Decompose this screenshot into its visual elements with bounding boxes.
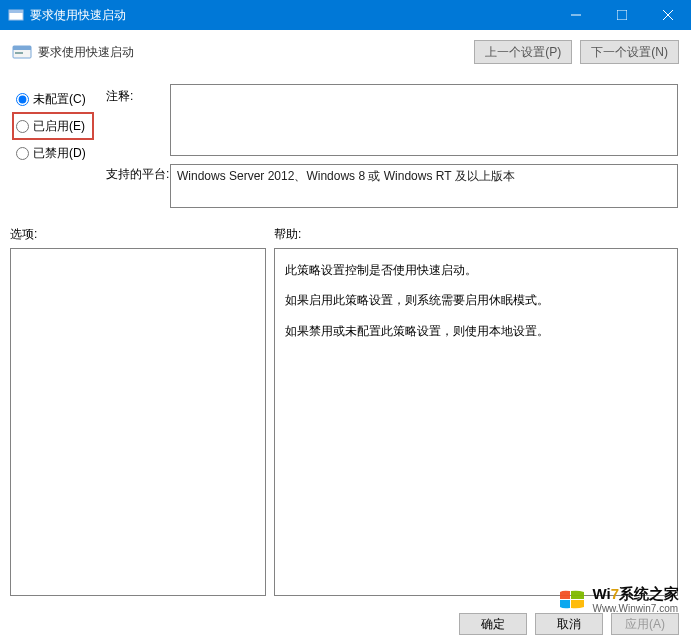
dialog-footer: 确定 取消 应用(A): [0, 606, 691, 642]
svg-rect-3: [617, 10, 627, 20]
page-title: 要求使用快速启动: [38, 44, 474, 61]
help-line: 如果禁用或未配置此策略设置，则使用本地设置。: [285, 318, 667, 344]
help-line: 如果启用此策略设置，则系统需要启用休眠模式。: [285, 287, 667, 313]
header-row: 要求使用快速启动 上一个设置(P) 下一个设置(N): [0, 30, 691, 64]
options-label: 选项:: [10, 226, 37, 243]
radio-enabled-label: 已启用(E): [33, 118, 85, 135]
options-pane: [10, 248, 266, 596]
radio-enabled[interactable]: 已启用(E): [12, 112, 94, 140]
radio-not-configured[interactable]: 未配置(C): [12, 86, 94, 112]
help-line: 此策略设置控制是否使用快速启动。: [285, 257, 667, 283]
window-controls: [553, 0, 691, 30]
ok-button[interactable]: 确定: [459, 613, 527, 635]
prev-setting-button[interactable]: 上一个设置(P): [474, 40, 572, 64]
comment-textarea[interactable]: [170, 84, 678, 156]
help-pane: 此策略设置控制是否使用快速启动。 如果启用此策略设置，则系统需要启用休眠模式。 …: [274, 248, 678, 596]
window-title: 要求使用快速启动: [30, 7, 553, 24]
close-button[interactable]: [645, 0, 691, 30]
radio-not-configured-input[interactable]: [16, 93, 29, 106]
radio-enabled-input[interactable]: [16, 120, 29, 133]
apply-button[interactable]: 应用(A): [611, 613, 679, 635]
maximize-button[interactable]: [599, 0, 645, 30]
radio-not-configured-label: 未配置(C): [33, 91, 86, 108]
next-setting-button[interactable]: 下一个设置(N): [580, 40, 679, 64]
svg-rect-7: [13, 46, 31, 50]
state-radio-group: 未配置(C) 已启用(E) 已禁用(D): [12, 86, 94, 166]
titlebar: 要求使用快速启动: [0, 0, 691, 30]
cancel-button[interactable]: 取消: [535, 613, 603, 635]
help-label: 帮助:: [274, 226, 301, 243]
radio-disabled-input[interactable]: [16, 147, 29, 160]
app-icon: [8, 7, 24, 23]
radio-disabled-label: 已禁用(D): [33, 145, 86, 162]
policy-icon: [12, 42, 32, 62]
comment-label: 注释:: [106, 88, 133, 105]
minimize-button[interactable]: [553, 0, 599, 30]
radio-disabled[interactable]: 已禁用(D): [12, 140, 94, 166]
platform-text: Windows Server 2012、Windows 8 或 Windows …: [177, 169, 515, 183]
svg-rect-8: [15, 52, 23, 54]
supported-platform-box[interactable]: Windows Server 2012、Windows 8 或 Windows …: [170, 164, 678, 208]
svg-rect-1: [9, 10, 23, 13]
platform-label: 支持的平台:: [106, 166, 169, 183]
